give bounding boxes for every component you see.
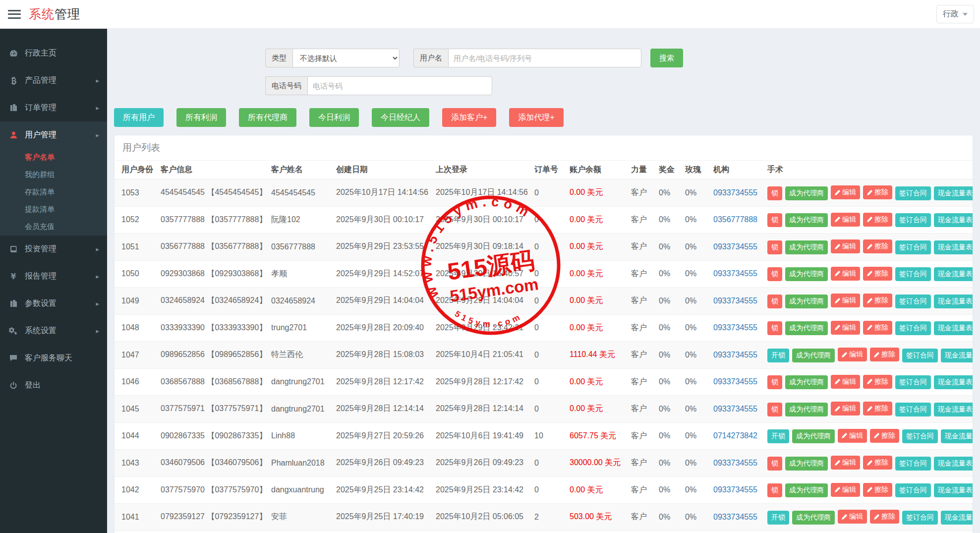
sign-contract-button[interactable]: 签订合同 [902,429,938,443]
erase-button[interactable]: 擦除 [863,213,892,227]
lock-button[interactable]: 锁 [767,240,782,254]
search-button[interactable]: 搜索 [650,49,683,67]
sign-contract-button[interactable]: 签订合同 [895,321,931,335]
edit-button[interactable]: 编辑 [831,402,860,415]
toolbar-button-添加代理+[interactable]: 添加代理+ [509,108,563,127]
agency-link[interactable]: 0933734555 [713,513,757,521]
sign-contract-button[interactable]: 签订合同 [895,267,931,281]
edit-button[interactable]: 编辑 [831,294,860,307]
agency-link[interactable]: 0356777888 [713,215,757,224]
erase-button[interactable]: 擦除 [870,348,899,361]
cashflow-button[interactable]: 现金流量表 [934,483,973,497]
agency-link[interactable]: 0933734555 [713,485,757,494]
cashflow-button[interactable]: 现金流量表 [934,213,973,227]
sign-contract-button[interactable]: 签订合同 [895,186,931,200]
lock-button[interactable]: 锁 [767,483,782,497]
sidebar-item-登出[interactable]: 登出 [0,372,107,399]
lock-button[interactable]: 锁 [767,403,782,416]
sidebar-item-报告管理[interactable]: ¥报告管理▸ [0,263,107,290]
sidebar-subitem-会员充值[interactable]: 会员充值 [0,218,107,236]
edit-button[interactable]: 编辑 [838,429,867,443]
cashflow-button[interactable]: 现金流量表 [934,295,973,308]
sign-contract-button[interactable]: 签订合同 [902,349,938,362]
sidebar-item-用户管理[interactable]: 用户管理▸ [0,121,107,149]
lock-button[interactable]: 锁 [767,267,782,281]
phone-input[interactable] [307,76,492,95]
username-input[interactable] [448,49,641,67]
edit-button[interactable]: 编辑 [831,185,860,199]
cashflow-button[interactable]: 现金流量表 [934,403,973,416]
become-agent-button[interactable]: 成为代理商 [785,321,828,335]
become-agent-button[interactable]: 成为代理商 [792,511,835,525]
erase-button[interactable]: 擦除 [863,456,892,470]
sidebar-item-客户服务聊天[interactable]: 客户服务聊天 [0,345,107,372]
erase-button[interactable]: 擦除 [863,402,892,415]
agency-link[interactable]: 0933734555 [713,188,757,197]
cashflow-button[interactable]: 现金流量表 [941,429,973,443]
erase-button[interactable]: 擦除 [863,483,892,497]
edit-button[interactable]: 编辑 [831,456,860,470]
admin-user-dropdown[interactable]: 行政 [936,5,974,23]
become-agent-button[interactable]: 成为代理商 [785,186,828,200]
erase-button[interactable]: 擦除 [870,510,899,524]
cashflow-button[interactable]: 现金流量表 [941,349,973,362]
erase-button[interactable]: 擦除 [863,267,892,281]
become-agent-button[interactable]: 成为代理商 [785,240,828,254]
lock-button[interactable]: 锁 [767,213,782,227]
sign-contract-button[interactable]: 签订合同 [895,403,931,416]
sign-contract-button[interactable]: 签订合同 [895,457,931,471]
agency-link[interactable]: 0933734555 [713,459,757,467]
lock-button[interactable]: 锁 [767,295,782,308]
sign-contract-button[interactable]: 签订合同 [895,240,931,254]
edit-button[interactable]: 编辑 [831,239,860,253]
toolbar-button-所有利润[interactable]: 所有利润 [176,108,226,127]
toolbar-button-添加客户+[interactable]: 添加客户+ [442,108,496,127]
sidebar-subitem-存款清单[interactable]: 存款清单 [0,183,107,201]
become-agent-button[interactable]: 成为代理商 [785,483,828,497]
agency-link[interactable]: 0933734555 [713,405,757,413]
become-agent-button[interactable]: 成为代理商 [785,213,828,227]
sign-contract-button[interactable]: 签订合同 [895,375,931,389]
become-agent-button[interactable]: 成为代理商 [792,429,835,443]
agency-link[interactable]: 0933734555 [713,377,757,386]
agency-link[interactable]: 0933734555 [713,323,757,332]
agency-link[interactable]: 0933734555 [713,296,757,305]
lock-button[interactable]: 锁 [767,457,782,471]
erase-button[interactable]: 擦除 [863,239,892,253]
lock-button[interactable]: 锁 [767,321,782,335]
sidebar-item-行政主页[interactable]: 行政主页 [0,40,107,67]
cashflow-button[interactable]: 现金流量表 [934,457,973,471]
toolbar-button-今日经纪人[interactable]: 今日经纪人 [372,108,429,127]
lock-button[interactable]: 开锁 [767,349,789,362]
sign-contract-button[interactable]: 签订合同 [895,213,931,227]
toolbar-button-所有代理商[interactable]: 所有代理商 [239,108,296,127]
cashflow-button[interactable]: 现金流量表 [934,321,973,335]
become-agent-button[interactable]: 成为代理商 [792,349,835,362]
sidebar-item-参数设置[interactable]: 参数设置▸ [0,290,107,317]
sidebar-item-系统设置[interactable]: 系统设置▸ [0,317,107,345]
lock-button[interactable]: 锁 [767,375,782,389]
erase-button[interactable]: 擦除 [863,185,892,199]
sign-contract-button[interactable]: 签订合同 [902,511,938,525]
become-agent-button[interactable]: 成为代理商 [785,403,828,416]
sidebar-item-投资管理[interactable]: 投资管理▸ [0,236,107,263]
agency-link[interactable]: 0933734555 [713,242,757,251]
sidebar-item-产品管理[interactable]: 产品管理▸ [0,67,107,94]
type-select[interactable]: 不选择默认 [292,49,400,67]
sidebar-subitem-提款清单[interactable]: 提款清单 [0,201,107,218]
sidebar-subitem-客户名单[interactable]: 客户名单 [0,149,107,166]
become-agent-button[interactable]: 成为代理商 [785,267,828,281]
edit-button[interactable]: 编辑 [831,483,860,497]
agency-link[interactable]: 0933734555 [713,351,757,359]
lock-button[interactable]: 开锁 [767,429,789,443]
cashflow-button[interactable]: 现金流量表 [941,511,973,525]
become-agent-button[interactable]: 成为代理商 [785,375,828,389]
erase-button[interactable]: 擦除 [863,294,892,307]
cashflow-button[interactable]: 现金流量表 [934,240,973,254]
edit-button[interactable]: 编辑 [831,213,860,227]
sign-contract-button[interactable]: 签订合同 [895,483,931,497]
edit-button[interactable]: 编辑 [831,267,860,281]
erase-button[interactable]: 擦除 [870,429,899,443]
sidebar-subitem-我的群组[interactable]: 我的群组 [0,166,107,183]
edit-button[interactable]: 编辑 [831,321,860,335]
